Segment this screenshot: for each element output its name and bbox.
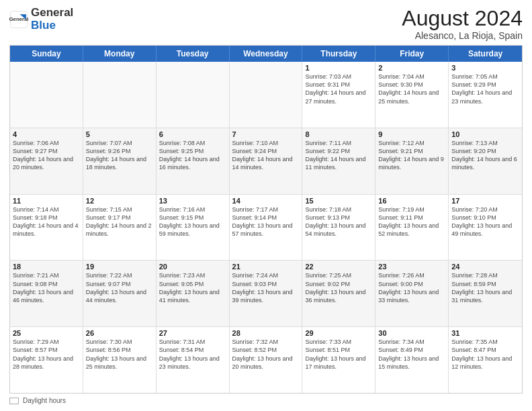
day-number: 8 xyxy=(305,130,372,138)
calendar-cell-r0-c6: 3Sunrise: 7:05 AM Sunset: 9:29 PM Daylig… xyxy=(449,62,522,128)
day-number: 20 xyxy=(159,263,226,271)
day-info: Sunrise: 7:11 AM Sunset: 9:22 PM Dayligh… xyxy=(305,139,372,172)
calendar-cell-r3-c2: 20Sunrise: 7:23 AM Sunset: 9:05 PM Dayli… xyxy=(157,261,230,326)
day-number: 24 xyxy=(451,263,519,271)
day-info: Sunrise: 7:22 AM Sunset: 9:07 PM Dayligh… xyxy=(86,271,153,304)
calendar-cell-r2-c4: 15Sunrise: 7:18 AM Sunset: 9:13 PM Dayli… xyxy=(302,195,375,261)
calendar-cell-r2-c5: 16Sunrise: 7:19 AM Sunset: 9:11 PM Dayli… xyxy=(375,195,449,261)
day-number: 31 xyxy=(451,329,519,337)
subtitle: Alesanco, La Rioja, Spain xyxy=(402,30,523,41)
day-number: 4 xyxy=(13,130,80,138)
day-number: 12 xyxy=(86,197,153,205)
calendar-cell-r1-c0: 4Sunrise: 7:06 AM Sunset: 9:27 PM Daylig… xyxy=(10,128,83,194)
day-info: Sunrise: 7:16 AM Sunset: 9:15 PM Dayligh… xyxy=(159,205,226,238)
calendar-cell-r4-c2: 27Sunrise: 7:31 AM Sunset: 8:54 PM Dayli… xyxy=(157,327,230,393)
page: General General Blue August 2024 Alesanc… xyxy=(0,0,532,411)
calendar-cell-r4-c1: 26Sunrise: 7:30 AM Sunset: 8:56 PM Dayli… xyxy=(83,327,157,393)
day-info: Sunrise: 7:13 AM Sunset: 9:20 PM Dayligh… xyxy=(451,139,519,172)
calendar-header: Sunday Monday Tuesday Wednesday Thursday… xyxy=(10,46,522,62)
day-number: 17 xyxy=(451,197,519,205)
day-info: Sunrise: 7:33 AM Sunset: 8:51 PM Dayligh… xyxy=(305,338,372,371)
logo-text: General Blue xyxy=(31,7,73,32)
calendar-cell-r3-c5: 23Sunrise: 7:26 AM Sunset: 9:00 PM Dayli… xyxy=(375,261,449,326)
day-info: Sunrise: 7:31 AM Sunset: 8:54 PM Dayligh… xyxy=(159,338,226,371)
day-number: 3 xyxy=(451,64,519,72)
day-number: 29 xyxy=(305,329,372,337)
day-number: 23 xyxy=(378,263,445,271)
calendar-cell-r0-c5: 2Sunrise: 7:04 AM Sunset: 9:30 PM Daylig… xyxy=(375,62,449,128)
day-info: Sunrise: 7:23 AM Sunset: 9:05 PM Dayligh… xyxy=(159,271,226,304)
calendar-body: 1Sunrise: 7:03 AM Sunset: 9:31 PM Daylig… xyxy=(10,62,522,393)
day-number: 14 xyxy=(232,197,300,205)
day-number: 10 xyxy=(451,130,519,138)
weekday-monday: Monday xyxy=(83,46,157,62)
day-number: 1 xyxy=(305,64,372,72)
day-info: Sunrise: 7:05 AM Sunset: 9:29 PM Dayligh… xyxy=(451,73,519,105)
calendar-cell-r3-c3: 21Sunrise: 7:24 AM Sunset: 9:03 PM Dayli… xyxy=(230,261,303,326)
day-number: 5 xyxy=(86,130,153,138)
day-number: 13 xyxy=(159,197,226,205)
header: General General Blue August 2024 Alesanc… xyxy=(9,7,523,41)
weekday-thursday: Thursday xyxy=(302,46,375,62)
footer: Daylight hours xyxy=(9,397,523,404)
day-number: 22 xyxy=(305,263,372,271)
calendar-cell-r2-c1: 12Sunrise: 7:15 AM Sunset: 9:17 PM Dayli… xyxy=(83,195,157,261)
day-number: 7 xyxy=(232,130,300,138)
weekday-friday: Friday xyxy=(375,46,449,62)
day-info: Sunrise: 7:35 AM Sunset: 8:47 PM Dayligh… xyxy=(451,338,519,371)
calendar-row-2: 11Sunrise: 7:14 AM Sunset: 9:18 PM Dayli… xyxy=(10,195,522,261)
weekday-saturday: Saturday xyxy=(449,46,522,62)
calendar-cell-r1-c1: 5Sunrise: 7:07 AM Sunset: 9:26 PM Daylig… xyxy=(83,128,157,194)
calendar-cell-r1-c4: 8Sunrise: 7:11 AM Sunset: 9:22 PM Daylig… xyxy=(302,128,375,194)
day-info: Sunrise: 7:29 AM Sunset: 8:57 PM Dayligh… xyxy=(13,338,80,371)
day-number: 28 xyxy=(232,329,300,337)
weekday-wednesday: Wednesday xyxy=(230,46,303,62)
calendar-cell-r0-c2 xyxy=(157,62,230,128)
day-number: 27 xyxy=(159,329,226,337)
calendar-cell-r4-c6: 31Sunrise: 7:35 AM Sunset: 8:47 PM Dayli… xyxy=(449,327,522,393)
day-number: 16 xyxy=(378,197,445,205)
calendar-cell-r1-c3: 7Sunrise: 7:10 AM Sunset: 9:24 PM Daylig… xyxy=(230,128,303,194)
logo-blue: Blue xyxy=(31,19,56,32)
day-info: Sunrise: 7:10 AM Sunset: 9:24 PM Dayligh… xyxy=(232,139,300,172)
day-info: Sunrise: 7:20 AM Sunset: 9:10 PM Dayligh… xyxy=(451,205,519,238)
calendar-cell-r0-c3 xyxy=(230,62,303,128)
day-number: 15 xyxy=(305,197,372,205)
calendar-cell-r4-c0: 25Sunrise: 7:29 AM Sunset: 8:57 PM Dayli… xyxy=(10,327,83,393)
day-number: 2 xyxy=(378,64,445,72)
day-info: Sunrise: 7:19 AM Sunset: 9:11 PM Dayligh… xyxy=(378,205,445,238)
daylight-label: Daylight hours xyxy=(23,397,66,404)
day-number: 25 xyxy=(13,329,80,337)
day-number: 18 xyxy=(13,263,80,271)
main-title: August 2024 xyxy=(402,7,523,30)
calendar-row-4: 25Sunrise: 7:29 AM Sunset: 8:57 PM Dayli… xyxy=(10,327,522,393)
weekday-tuesday: Tuesday xyxy=(157,46,230,62)
day-number: 26 xyxy=(86,329,153,337)
calendar-row-1: 4Sunrise: 7:06 AM Sunset: 9:27 PM Daylig… xyxy=(10,128,522,195)
day-info: Sunrise: 7:07 AM Sunset: 9:26 PM Dayligh… xyxy=(86,139,153,172)
day-info: Sunrise: 7:25 AM Sunset: 9:02 PM Dayligh… xyxy=(305,271,372,304)
calendar-cell-r1-c6: 10Sunrise: 7:13 AM Sunset: 9:20 PM Dayli… xyxy=(449,128,522,194)
day-info: Sunrise: 7:28 AM Sunset: 8:59 PM Dayligh… xyxy=(451,271,519,304)
calendar-cell-r2-c0: 11Sunrise: 7:14 AM Sunset: 9:18 PM Dayli… xyxy=(10,195,83,261)
calendar-cell-r3-c4: 22Sunrise: 7:25 AM Sunset: 9:02 PM Dayli… xyxy=(302,261,375,326)
day-info: Sunrise: 7:15 AM Sunset: 9:17 PM Dayligh… xyxy=(86,205,153,238)
calendar-cell-r4-c5: 30Sunrise: 7:34 AM Sunset: 8:49 PM Dayli… xyxy=(375,327,449,393)
calendar-cell-r0-c1 xyxy=(83,62,157,128)
calendar-cell-r1-c5: 9Sunrise: 7:12 AM Sunset: 9:21 PM Daylig… xyxy=(375,128,449,194)
calendar-cell-r3-c0: 18Sunrise: 7:21 AM Sunset: 9:08 PM Dayli… xyxy=(10,261,83,326)
daylight-box xyxy=(9,398,19,404)
logo-general: General xyxy=(31,6,73,19)
calendar: Sunday Monday Tuesday Wednesday Thursday… xyxy=(9,45,523,394)
calendar-row-3: 18Sunrise: 7:21 AM Sunset: 9:08 PM Dayli… xyxy=(10,261,522,327)
calendar-cell-r3-c1: 19Sunrise: 7:22 AM Sunset: 9:07 PM Dayli… xyxy=(83,261,157,326)
day-info: Sunrise: 7:17 AM Sunset: 9:14 PM Dayligh… xyxy=(232,205,300,238)
title-block: August 2024 Alesanco, La Rioja, Spain xyxy=(402,7,523,41)
day-number: 6 xyxy=(159,130,226,138)
day-info: Sunrise: 7:06 AM Sunset: 9:27 PM Dayligh… xyxy=(13,139,80,172)
day-info: Sunrise: 7:08 AM Sunset: 9:25 PM Dayligh… xyxy=(159,139,226,172)
day-info: Sunrise: 7:12 AM Sunset: 9:21 PM Dayligh… xyxy=(378,139,445,172)
day-number: 9 xyxy=(378,130,445,138)
day-number: 30 xyxy=(378,329,445,337)
logo: General General Blue xyxy=(9,7,73,32)
